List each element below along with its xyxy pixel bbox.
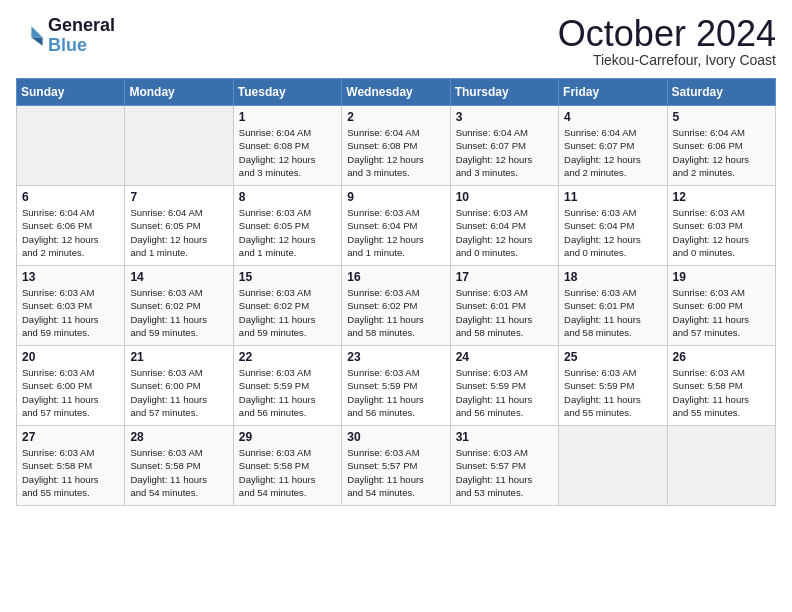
day-number: 4: [564, 110, 661, 124]
weekday-friday: Friday: [559, 79, 667, 106]
page-header: General Blue October 2024 Tiekou-Carrefo…: [16, 16, 776, 68]
day-number: 11: [564, 190, 661, 204]
calendar-cell: 28Sunrise: 6:03 AM Sunset: 5:58 PM Dayli…: [125, 426, 233, 506]
calendar-cell: 20Sunrise: 6:03 AM Sunset: 6:00 PM Dayli…: [17, 346, 125, 426]
calendar-table: SundayMondayTuesdayWednesdayThursdayFrid…: [16, 78, 776, 506]
day-number: 20: [22, 350, 119, 364]
calendar-cell: 27Sunrise: 6:03 AM Sunset: 5:58 PM Dayli…: [17, 426, 125, 506]
day-info: Sunrise: 6:04 AM Sunset: 6:06 PM Dayligh…: [22, 206, 119, 259]
day-number: 18: [564, 270, 661, 284]
weekday-monday: Monday: [125, 79, 233, 106]
calendar-cell: 10Sunrise: 6:03 AM Sunset: 6:04 PM Dayli…: [450, 186, 558, 266]
title-area: October 2024 Tiekou-Carrefour, Ivory Coa…: [558, 16, 776, 68]
day-info: Sunrise: 6:03 AM Sunset: 6:03 PM Dayligh…: [673, 206, 770, 259]
calendar-week-5: 27Sunrise: 6:03 AM Sunset: 5:58 PM Dayli…: [17, 426, 776, 506]
day-info: Sunrise: 6:03 AM Sunset: 6:05 PM Dayligh…: [239, 206, 336, 259]
calendar-cell: 11Sunrise: 6:03 AM Sunset: 6:04 PM Dayli…: [559, 186, 667, 266]
calendar-cell: 19Sunrise: 6:03 AM Sunset: 6:00 PM Dayli…: [667, 266, 775, 346]
calendar-cell: 21Sunrise: 6:03 AM Sunset: 6:00 PM Dayli…: [125, 346, 233, 426]
day-number: 6: [22, 190, 119, 204]
calendar-cell: 31Sunrise: 6:03 AM Sunset: 5:57 PM Dayli…: [450, 426, 558, 506]
day-info: Sunrise: 6:03 AM Sunset: 6:01 PM Dayligh…: [564, 286, 661, 339]
calendar-week-1: 1Sunrise: 6:04 AM Sunset: 6:08 PM Daylig…: [17, 106, 776, 186]
calendar-cell: 14Sunrise: 6:03 AM Sunset: 6:02 PM Dayli…: [125, 266, 233, 346]
day-number: 29: [239, 430, 336, 444]
day-info: Sunrise: 6:04 AM Sunset: 6:06 PM Dayligh…: [673, 126, 770, 179]
day-info: Sunrise: 6:03 AM Sunset: 6:00 PM Dayligh…: [130, 366, 227, 419]
calendar-cell: 13Sunrise: 6:03 AM Sunset: 6:03 PM Dayli…: [17, 266, 125, 346]
calendar-cell: [17, 106, 125, 186]
day-info: Sunrise: 6:03 AM Sunset: 5:59 PM Dayligh…: [456, 366, 553, 419]
day-number: 27: [22, 430, 119, 444]
day-number: 1: [239, 110, 336, 124]
location-title: Tiekou-Carrefour, Ivory Coast: [558, 52, 776, 68]
day-number: 22: [239, 350, 336, 364]
calendar-cell: [559, 426, 667, 506]
calendar-cell: 5Sunrise: 6:04 AM Sunset: 6:06 PM Daylig…: [667, 106, 775, 186]
calendar-cell: 26Sunrise: 6:03 AM Sunset: 5:58 PM Dayli…: [667, 346, 775, 426]
day-number: 16: [347, 270, 444, 284]
day-info: Sunrise: 6:04 AM Sunset: 6:08 PM Dayligh…: [239, 126, 336, 179]
day-info: Sunrise: 6:03 AM Sunset: 6:02 PM Dayligh…: [347, 286, 444, 339]
day-info: Sunrise: 6:03 AM Sunset: 6:04 PM Dayligh…: [456, 206, 553, 259]
day-info: Sunrise: 6:03 AM Sunset: 5:58 PM Dayligh…: [22, 446, 119, 499]
day-info: Sunrise: 6:03 AM Sunset: 6:00 PM Dayligh…: [22, 366, 119, 419]
day-number: 2: [347, 110, 444, 124]
calendar-cell: 18Sunrise: 6:03 AM Sunset: 6:01 PM Dayli…: [559, 266, 667, 346]
calendar-week-4: 20Sunrise: 6:03 AM Sunset: 6:00 PM Dayli…: [17, 346, 776, 426]
calendar-cell: 25Sunrise: 6:03 AM Sunset: 5:59 PM Dayli…: [559, 346, 667, 426]
day-info: Sunrise: 6:03 AM Sunset: 5:58 PM Dayligh…: [130, 446, 227, 499]
day-info: Sunrise: 6:03 AM Sunset: 5:58 PM Dayligh…: [239, 446, 336, 499]
day-info: Sunrise: 6:03 AM Sunset: 5:59 PM Dayligh…: [347, 366, 444, 419]
day-number: 3: [456, 110, 553, 124]
day-info: Sunrise: 6:04 AM Sunset: 6:05 PM Dayligh…: [130, 206, 227, 259]
calendar-cell: 15Sunrise: 6:03 AM Sunset: 6:02 PM Dayli…: [233, 266, 341, 346]
day-info: Sunrise: 6:03 AM Sunset: 6:04 PM Dayligh…: [347, 206, 444, 259]
day-info: Sunrise: 6:03 AM Sunset: 5:57 PM Dayligh…: [456, 446, 553, 499]
weekday-sunday: Sunday: [17, 79, 125, 106]
day-number: 19: [673, 270, 770, 284]
logo-icon: [16, 22, 44, 50]
calendar-week-3: 13Sunrise: 6:03 AM Sunset: 6:03 PM Dayli…: [17, 266, 776, 346]
calendar-cell: 8Sunrise: 6:03 AM Sunset: 6:05 PM Daylig…: [233, 186, 341, 266]
day-info: Sunrise: 6:03 AM Sunset: 6:01 PM Dayligh…: [456, 286, 553, 339]
calendar-cell: 24Sunrise: 6:03 AM Sunset: 5:59 PM Dayli…: [450, 346, 558, 426]
svg-marker-0: [31, 26, 42, 37]
day-info: Sunrise: 6:04 AM Sunset: 6:08 PM Dayligh…: [347, 126, 444, 179]
month-title: October 2024: [558, 16, 776, 52]
calendar-cell: 7Sunrise: 6:04 AM Sunset: 6:05 PM Daylig…: [125, 186, 233, 266]
weekday-saturday: Saturday: [667, 79, 775, 106]
day-number: 8: [239, 190, 336, 204]
day-number: 14: [130, 270, 227, 284]
logo-line2: Blue: [48, 36, 115, 56]
calendar-cell: 3Sunrise: 6:04 AM Sunset: 6:07 PM Daylig…: [450, 106, 558, 186]
calendar-cell: 2Sunrise: 6:04 AM Sunset: 6:08 PM Daylig…: [342, 106, 450, 186]
day-number: 12: [673, 190, 770, 204]
day-number: 23: [347, 350, 444, 364]
calendar-week-2: 6Sunrise: 6:04 AM Sunset: 6:06 PM Daylig…: [17, 186, 776, 266]
logo: General Blue: [16, 16, 115, 56]
day-number: 9: [347, 190, 444, 204]
day-number: 7: [130, 190, 227, 204]
calendar-cell: 16Sunrise: 6:03 AM Sunset: 6:02 PM Dayli…: [342, 266, 450, 346]
calendar-cell: 9Sunrise: 6:03 AM Sunset: 6:04 PM Daylig…: [342, 186, 450, 266]
day-info: Sunrise: 6:03 AM Sunset: 5:59 PM Dayligh…: [239, 366, 336, 419]
day-info: Sunrise: 6:03 AM Sunset: 6:02 PM Dayligh…: [239, 286, 336, 339]
day-info: Sunrise: 6:04 AM Sunset: 6:07 PM Dayligh…: [564, 126, 661, 179]
calendar-cell: 6Sunrise: 6:04 AM Sunset: 6:06 PM Daylig…: [17, 186, 125, 266]
day-number: 24: [456, 350, 553, 364]
weekday-tuesday: Tuesday: [233, 79, 341, 106]
calendar-cell: [125, 106, 233, 186]
day-info: Sunrise: 6:03 AM Sunset: 6:00 PM Dayligh…: [673, 286, 770, 339]
calendar-cell: 1Sunrise: 6:04 AM Sunset: 6:08 PM Daylig…: [233, 106, 341, 186]
calendar-cell: 22Sunrise: 6:03 AM Sunset: 5:59 PM Dayli…: [233, 346, 341, 426]
day-number: 25: [564, 350, 661, 364]
day-info: Sunrise: 6:03 AM Sunset: 6:03 PM Dayligh…: [22, 286, 119, 339]
day-number: 28: [130, 430, 227, 444]
calendar-cell: 29Sunrise: 6:03 AM Sunset: 5:58 PM Dayli…: [233, 426, 341, 506]
calendar-cell: 12Sunrise: 6:03 AM Sunset: 6:03 PM Dayli…: [667, 186, 775, 266]
day-number: 15: [239, 270, 336, 284]
calendar-cell: 30Sunrise: 6:03 AM Sunset: 5:57 PM Dayli…: [342, 426, 450, 506]
day-info: Sunrise: 6:03 AM Sunset: 6:04 PM Dayligh…: [564, 206, 661, 259]
calendar-cell: 23Sunrise: 6:03 AM Sunset: 5:59 PM Dayli…: [342, 346, 450, 426]
